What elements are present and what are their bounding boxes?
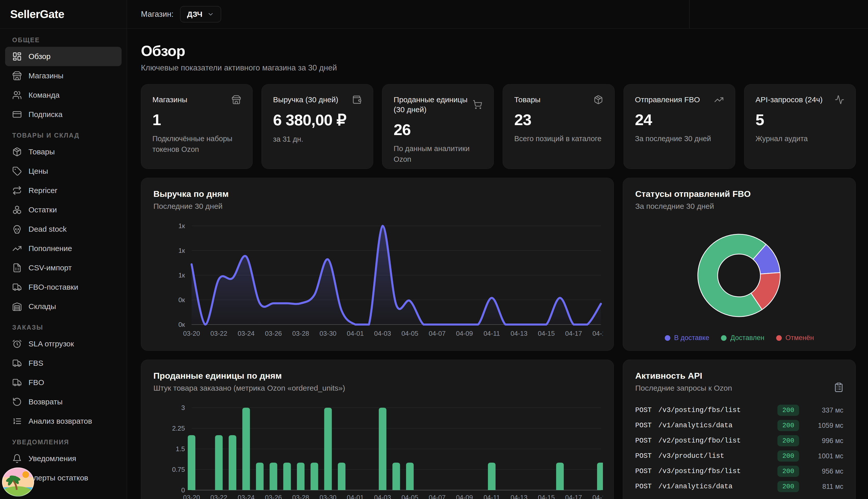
- sidebar-item-уведомления[interactable]: Уведомления: [5, 449, 122, 468]
- sidebar-item-fbo[interactable]: FBO: [5, 373, 122, 392]
- status-badge: 200: [777, 435, 799, 446]
- rotate-ccw-icon: [12, 397, 22, 407]
- sidebar-item-label: Товары: [28, 147, 55, 156]
- sidebar-item-label: Остатки: [28, 206, 57, 214]
- sidebar-item-label: Уведомления: [28, 454, 76, 463]
- revenue-chart-subtitle: Последние 30 дней: [153, 202, 601, 210]
- api-endpoint: POST/v1/analytics/data: [635, 483, 732, 490]
- sidebar-item-label: FBS: [28, 359, 43, 367]
- repeat-icon: [12, 186, 22, 195]
- svg-text:03-24: 03-24: [238, 494, 255, 499]
- sidebar-item-label: Dead stock: [28, 225, 67, 233]
- stat-card-label: Отправления FBO: [635, 95, 700, 105]
- sidebar-section: ТОВАРЫ И СКЛАДТоварыЦеныRepricerОстаткиD…: [0, 132, 127, 316]
- dashboard-icon: [12, 52, 22, 61]
- legend-item-1[interactable]: Доставлен: [721, 334, 764, 342]
- api-method: POST: [635, 422, 652, 429]
- sidebar-section: ЗАКАЗЫSLA отгрузокFBSFBOВозвратыАнализ в…: [0, 324, 127, 431]
- skull-icon: [12, 224, 22, 234]
- legend-item-2[interactable]: Отменён: [776, 334, 814, 342]
- api-rows: POST/v3/posting/fbs/list200337 мсPOST/v1…: [635, 403, 843, 494]
- api-row-meta: 200956 мс: [777, 466, 843, 477]
- api-row-meta: 2001059 мс: [777, 420, 843, 431]
- stat-card-sub: Всего позиций в каталоге: [514, 133, 603, 144]
- api-row: POST/v1/analytics/data2001059 мс: [635, 418, 843, 433]
- svg-text:04-13: 04-13: [510, 494, 528, 499]
- sidebar-item-подписка[interactable]: Подписка: [5, 105, 122, 124]
- sidebar-item-label: SLA отгрузок: [28, 340, 74, 348]
- svg-text:04-17: 04-17: [565, 494, 582, 499]
- api-latency: 1059 мс: [805, 422, 843, 429]
- sidebar-item-остатки[interactable]: Остатки: [5, 200, 122, 219]
- legend-dot: [665, 335, 670, 341]
- sidebar-item-товары[interactable]: Товары: [5, 142, 122, 161]
- clipboard-icon: [834, 382, 844, 392]
- sidebar-item-csv-импорт[interactable]: CSV-импорт: [5, 258, 122, 278]
- sidebar-section-label: ТОВАРЫ И СКЛАД: [12, 132, 114, 139]
- stat-card: API-запросов (24ч)5Журнал аудита: [744, 84, 856, 169]
- sidebar-item-обзор[interactable]: Обзор: [5, 47, 122, 66]
- stat-card-label: Товары: [514, 95, 540, 105]
- fbo-status-chart-card: Статусы отправлений FBO За последние 30 …: [623, 178, 856, 351]
- stat-card-sub: Журнал аудита: [756, 133, 844, 144]
- units-bar-chart: 32.251.50.75003-2003-2203-2403-2603-2803…: [153, 403, 601, 499]
- sidebar-item-магазины[interactable]: Магазины: [5, 66, 122, 85]
- status-badge: 200: [777, 481, 799, 492]
- sidebar-item-label: CSV-импорт: [28, 264, 72, 272]
- svg-text:04-07: 04-07: [429, 330, 446, 337]
- svg-text:04-19: 04-19: [592, 494, 603, 499]
- sidebar-item-цены[interactable]: Цены: [5, 161, 122, 181]
- sidebar-item-dead-stock[interactable]: Dead stock: [5, 219, 122, 239]
- stat-card-label: Проданные единицы (30 дней): [394, 95, 470, 114]
- app-logo: SellerGate: [10, 8, 64, 21]
- svg-text:04-09: 04-09: [456, 494, 473, 499]
- sidebar-item-fbs[interactable]: FBS: [5, 354, 122, 373]
- store-select[interactable]: ДЗЧ: [180, 6, 221, 22]
- svg-text:04-15: 04-15: [538, 330, 555, 337]
- legend-item-0[interactable]: В доставке: [665, 334, 709, 342]
- api-path: /v1/analytics/data: [659, 483, 733, 490]
- api-row-meta: 200996 мс: [777, 435, 843, 446]
- file-csv-icon: [12, 263, 22, 273]
- sidebar-item-возвраты[interactable]: Возвраты: [5, 392, 122, 412]
- api-row: POST/v1/analytics/data200811 мс: [635, 479, 843, 494]
- package-icon: [12, 147, 22, 157]
- svg-text:3: 3: [181, 404, 185, 412]
- sidebar-item-label: Магазины: [28, 72, 63, 80]
- api-row: POST/v2/posting/fbo/list200996 мс: [635, 433, 843, 448]
- revenue-chart-title: Выручка по дням: [153, 189, 601, 199]
- svg-text:04-05: 04-05: [401, 494, 419, 499]
- sidebar-item-пополнение[interactable]: Пополнение: [5, 239, 122, 258]
- sidebar-item-команда[interactable]: Команда: [5, 85, 122, 105]
- topbar-divider: [689, 0, 690, 29]
- trending-up-icon: [714, 95, 724, 105]
- main-content: Обзор Ключевые показатели активного мага…: [127, 29, 868, 499]
- store-icon: [231, 95, 241, 105]
- sidebar-item-label: Цены: [28, 167, 48, 175]
- bell-icon: [12, 454, 22, 463]
- sidebar-item-sla-отгрузок[interactable]: SLA отгрузок: [5, 334, 122, 354]
- sidebar-item-анализ-возвратов[interactable]: Анализ возвратов: [5, 412, 122, 431]
- svg-text:04-11: 04-11: [484, 494, 500, 499]
- sidebar-item-fbo-поставки[interactable]: FBO-поставки: [5, 278, 122, 297]
- stat-card-header: Товары: [514, 95, 603, 105]
- alarm-clock-icon: [12, 339, 22, 349]
- svg-text:03-20: 03-20: [183, 494, 200, 499]
- svg-text:04-03: 04-03: [374, 330, 391, 337]
- stat-card: Выручка (30 дней)6 380,00 ₽за 31 дн.: [262, 84, 373, 169]
- fbo-status-donut-chart: [635, 217, 843, 327]
- fbo-status-chart-subtitle: За последние 30 дней: [635, 202, 843, 210]
- sidebar-item-repricer[interactable]: Repricer: [5, 181, 122, 200]
- svg-text:04-09: 04-09: [456, 330, 473, 337]
- api-latency: 1001 мс: [805, 452, 843, 460]
- svg-text:04-03: 04-03: [374, 494, 391, 499]
- sidebar-item-склады[interactable]: Склады: [5, 297, 122, 316]
- api-method: POST: [635, 452, 652, 460]
- legend-dot: [776, 335, 782, 341]
- api-latency: 956 мс: [805, 467, 843, 475]
- svg-text:04-17: 04-17: [565, 330, 582, 337]
- revenue-chart-card: Выручка по дням Последние 30 дней 1к1к1к…: [141, 178, 614, 351]
- page-subtitle: Ключевые показатели активного магазина з…: [141, 63, 856, 72]
- credit-card-icon: [12, 110, 22, 119]
- svg-text:1к: 1к: [178, 222, 185, 230]
